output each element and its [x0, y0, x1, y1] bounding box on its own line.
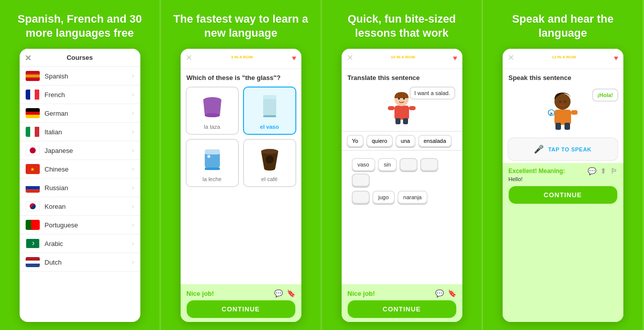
svg-point-8 — [207, 155, 210, 158]
tap-to-speak-label: TAP TO SPEAK — [548, 146, 591, 152]
excellent-row: Excellent! Meaning: 💬 ⬆ 🏳 — [509, 167, 617, 175]
phone-4: ✕ 12 IN A ROW ♥ Speak this sentence — [503, 49, 623, 322]
footer-icons-4: 💬 ⬆ 🏳 — [588, 167, 617, 175]
word-chip[interactable]: jugo — [372, 191, 395, 204]
speak-character-area: 🔊 ¡Hola! — [503, 85, 623, 135]
continue-button[interactable]: CONTINUE — [187, 300, 295, 318]
flag-pt — [26, 220, 40, 230]
comment-icon[interactable]: 💬 — [274, 289, 283, 297]
streak-label: 3 IN A ROW — [195, 55, 289, 59]
list-item[interactable]: German › — [20, 104, 140, 123]
course-name: Russian — [45, 184, 132, 192]
quiz-options: la taza el vaso — [181, 87, 301, 187]
flag-icon[interactable]: 🏳 — [610, 167, 617, 175]
svg-point-21 — [559, 101, 561, 103]
course-name: French — [45, 91, 132, 99]
chevron-icon: › — [132, 91, 134, 98]
course-name: Chinese — [45, 166, 132, 173]
nice-job-row: Nice job! 💬 🔖 — [187, 289, 295, 297]
flag-ja — [26, 145, 40, 155]
close-icon[interactable]: ✕ — [186, 53, 192, 62]
option-label-1: la taza — [204, 124, 220, 130]
list-item[interactable]: ★ Chinese › — [20, 160, 140, 179]
course-name: German — [45, 110, 132, 117]
chevron-icon: › — [132, 128, 134, 135]
svg-point-1 — [205, 113, 220, 117]
excellent-label: Excellent! Meaning: — [509, 168, 566, 175]
answer-chip[interactable]: quiero — [366, 135, 393, 147]
svg-point-9 — [261, 149, 278, 154]
option-label-3: la leche — [203, 176, 222, 182]
word-chip[interactable]: sin — [378, 158, 397, 171]
quiz-header: ✕ 3 IN A ROW ♥ — [181, 49, 301, 69]
chevron-icon: › — [132, 221, 134, 228]
footer-icons: 💬 🔖 — [274, 289, 295, 297]
panel-4: Speak and hear the language ✕ 12 IN A RO… — [483, 0, 644, 330]
character-area: I want a salad. — [342, 85, 462, 131]
nice-job-text: Nice job! — [187, 290, 214, 297]
phone-3: ✕ 10 IN A ROW ♥ Translate this sentence — [342, 49, 462, 322]
panel-2-title: The fastest way to learn a new language — [169, 12, 312, 40]
list-item[interactable]: Spanish › — [20, 67, 140, 86]
courses-title: Courses — [66, 54, 93, 61]
comment-icon[interactable]: 💬 — [435, 289, 444, 297]
list-item[interactable]: Italian › — [20, 123, 140, 141]
quiz-option-3[interactable]: la leche — [186, 139, 239, 187]
course-name: Spanish — [45, 72, 132, 80]
list-item[interactable]: Dutch › — [20, 253, 140, 272]
close-icon[interactable]: ✕ — [25, 53, 31, 62]
continue-button-4[interactable]: CONTINUE — [509, 186, 617, 204]
panel-3-title: Quick, fun bite-sized lessons that work — [330, 12, 473, 40]
svg-text:🔊: 🔊 — [549, 111, 554, 116]
chevron-icon: › — [132, 240, 134, 247]
streak-label-4: 12 IN A ROW — [517, 55, 611, 59]
progress-row-3: ✕ 10 IN A ROW ♥ — [347, 53, 457, 62]
chevron-icon: › — [132, 110, 134, 117]
option-image-4 — [252, 144, 287, 174]
comment-icon[interactable]: 💬 — [588, 167, 596, 175]
word-chip[interactable]: vaso — [352, 158, 375, 171]
list-item[interactable]: ‎☽ Arabic › — [20, 234, 140, 253]
svg-rect-11 — [394, 106, 409, 120]
mic-area[interactable]: 🎤 TAP TO SPEAK — [508, 137, 618, 161]
share-icon[interactable]: ⬆ — [600, 167, 606, 175]
speak-result: Excellent! Meaning: 💬 ⬆ 🏳 Hello! CONTINU… — [503, 163, 623, 322]
character-svg: 🔊 — [546, 89, 579, 131]
quiz-option-2[interactable]: el vaso — [243, 87, 296, 135]
list-item[interactable]: Russian › — [20, 179, 140, 197]
chevron-icon: › — [132, 184, 134, 191]
course-name: Korean — [45, 203, 132, 210]
answer-chip[interactable]: Yo — [347, 135, 364, 147]
continue-button-3[interactable]: CONTINUE — [348, 300, 456, 318]
share-icon[interactable]: 🔖 — [448, 289, 456, 297]
nice-job-row-3: Nice job! 💬 🔖 — [348, 289, 456, 297]
chevron-icon: › — [132, 259, 134, 266]
chevron-icon: › — [132, 203, 134, 210]
progress-row-4: ✕ 12 IN A ROW ♥ — [508, 53, 618, 62]
flag-zh: ★ — [26, 164, 40, 174]
speak-question: Speak this sentence — [503, 69, 623, 85]
list-item[interactable]: Korean › — [20, 197, 140, 216]
close-icon[interactable]: ✕ — [508, 53, 514, 62]
option-label-2: el vaso — [260, 124, 279, 130]
quiz-option-4[interactable]: el café — [243, 139, 296, 187]
svg-point-10 — [266, 155, 274, 163]
flag-fr — [26, 90, 40, 100]
svg-rect-25 — [555, 123, 561, 130]
answer-chip[interactable]: una — [395, 135, 416, 147]
list-item[interactable]: French › — [20, 86, 140, 104]
answer-chip[interactable]: ensalada — [418, 135, 452, 147]
close-icon[interactable]: ✕ — [347, 53, 353, 62]
flag-nl — [26, 257, 40, 267]
quiz-option-1[interactable]: la taza — [186, 87, 239, 135]
word-chips-row-2: __ jugo naranja — [347, 189, 457, 206]
svg-rect-18 — [403, 118, 408, 124]
list-item[interactable]: Portuguese › — [20, 216, 140, 234]
share-icon[interactable]: 🔖 — [287, 289, 295, 297]
word-bank: vaso sin __ __ __ __ jugo naranja — [342, 153, 462, 209]
option-image-1 — [195, 92, 230, 122]
list-item[interactable]: Japanese › — [20, 141, 140, 160]
course-list: Spanish › French › German › — [20, 67, 140, 322]
word-chip[interactable]: naranja — [397, 191, 428, 204]
speak-meaning: Hello! — [509, 176, 617, 182]
